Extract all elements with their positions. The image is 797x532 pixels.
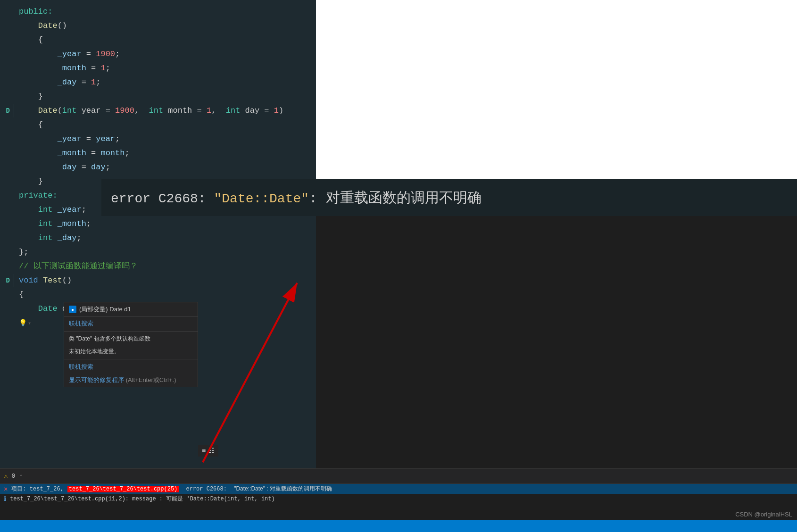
code-line: }: [0, 90, 316, 104]
context-menu-header: ● (局部变量) Date d1: [64, 302, 198, 317]
error-banner: error C2668: "Date::Date": 对重载函数的调用不明确: [101, 179, 797, 216]
code-line: D Date(int year = 1900, int month = 1, i…: [0, 104, 316, 118]
info-icon: ℹ: [4, 495, 6, 503]
context-menu-item-fix[interactable]: 显示可能的修复程序 (Alt+Enter或Ctrl+.): [64, 374, 198, 387]
toolbar-icons: ≡ ☷: [198, 445, 218, 457]
variable-icon: ●: [69, 306, 76, 313]
error-desc: "Date::Date" : 对重载函数的调用不明确: [234, 485, 332, 493]
code-line: Date(): [0, 19, 316, 33]
code-line: _day = day;: [0, 160, 316, 175]
context-menu-item-search1[interactable]: 联机搜索: [64, 317, 198, 330]
code-line: public:: [0, 5, 316, 19]
watermark: CSDN @originalHSL: [735, 511, 792, 518]
context-menu-item-search2[interactable]: 联机搜索: [64, 360, 198, 374]
code-line: // 以下测试函数能通过编译吗？: [0, 259, 316, 274]
format-icon[interactable]: ☷: [208, 447, 215, 455]
error-list-toolbar: ⚠ 0 ↑: [0, 469, 797, 484]
code-line: _day = 1;: [0, 75, 316, 90]
indent-icon[interactable]: ≡: [202, 447, 206, 455]
error-file2: test_7_26\test_7_26\test.cpp(11,2): mess…: [10, 495, 275, 503]
code-line: _year = 1900;: [0, 47, 316, 61]
code-line: };: [0, 245, 316, 259]
warning-count: 0: [11, 473, 15, 480]
error-code: error C2668:: [183, 486, 230, 492]
scroll-up-button[interactable]: ↑: [19, 473, 23, 480]
warning-icon: ⚠: [4, 472, 8, 480]
code-line: _month = month;: [0, 146, 316, 160]
right-panel: [316, 0, 797, 203]
error-row-2[interactable]: ℹ test_7_26\test_7_26\test.cpp(11,2): me…: [0, 494, 797, 504]
error-project: 项目: test_7_26,: [11, 485, 63, 493]
code-line: D void Test(): [0, 274, 316, 288]
code-line: {: [0, 118, 316, 132]
code-line: _year = year;: [0, 132, 316, 146]
status-bar: [0, 520, 797, 532]
code-line: int _month;: [0, 217, 316, 231]
context-menu-divider: [64, 331, 198, 332]
context-menu: ● (局部变量) Date d1 联机搜索 类 "Date" 包含多个默认构造函…: [64, 302, 198, 387]
code-editor: public: Date() { _year = 1900; _month = …: [0, 0, 316, 532]
error-icon: ✕: [4, 485, 8, 493]
lightbulb-icon[interactable]: 💡: [19, 316, 27, 330]
error-file-highlight: test_7_26\test_7_26\test.cpp(25): [67, 486, 179, 492]
context-menu-desc2: 未初始化本地变量。: [64, 345, 198, 358]
code-line: {: [0, 33, 316, 47]
code-line: int _day;: [0, 231, 316, 245]
context-menu-desc1: 类 "Date" 包含多个默认构造函数: [64, 332, 198, 345]
error-banner-text: error C2668: "Date::Date": 对重载函数的调用不明确: [111, 188, 482, 208]
code-line: {: [0, 288, 316, 302]
error-row-1[interactable]: ✕ 项目: test_7_26, test_7_26\test_7_26\tes…: [0, 484, 797, 494]
error-list-panel: ⚠ 0 ↑ ✕ 项目: test_7_26, test_7_26\test_7_…: [0, 468, 797, 520]
code-line: _month = 1;: [0, 61, 316, 75]
context-menu-divider2: [64, 359, 198, 359]
